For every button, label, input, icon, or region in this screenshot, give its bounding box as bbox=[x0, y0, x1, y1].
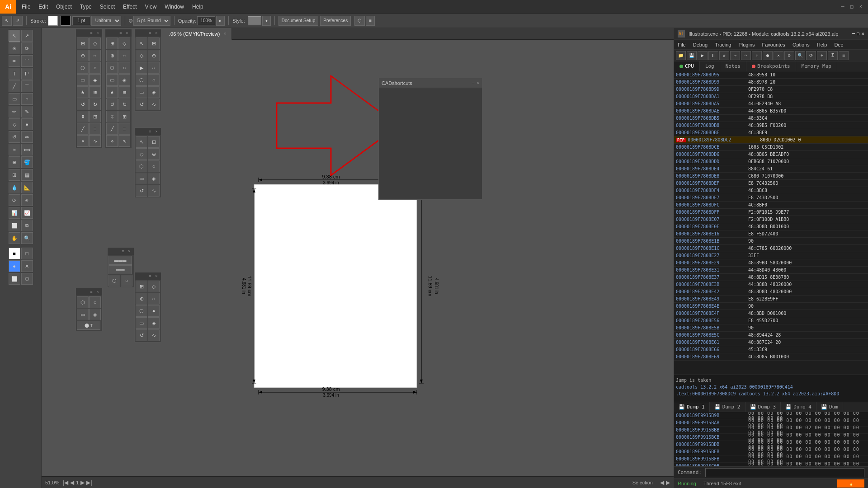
tool-rotate[interactable]: ↺ bbox=[9, 131, 20, 143]
dbg-bp-btn[interactable]: ● bbox=[763, 51, 773, 60]
memory-row-21[interactable]: 00000189F7808E0F48:8D8D B001000 bbox=[674, 223, 868, 230]
tool-line[interactable]: ╱ bbox=[9, 80, 20, 92]
stroke-color[interactable] bbox=[48, 16, 58, 26]
fp3-close[interactable]: × bbox=[154, 30, 159, 36]
fp1-t18[interactable]: ∿ bbox=[89, 135, 101, 147]
fp6-t9[interactable]: ↺ bbox=[136, 329, 147, 341]
memory-row-18[interactable]: 00000189F7808DFC4C:8BF0 bbox=[674, 202, 868, 209]
dbg-step-out-btn[interactable]: ↑ bbox=[752, 51, 762, 60]
fp3-t9[interactable]: ▭ bbox=[136, 86, 147, 98]
fp4-t8[interactable]: ◈ bbox=[148, 173, 160, 184]
fp6-t3[interactable]: ⊕ bbox=[136, 293, 147, 305]
memory-row-25[interactable]: 00000189F7808E2733FF bbox=[674, 252, 868, 259]
dump-tab-3[interactable]: 💾 Dump 3 bbox=[745, 402, 781, 412]
dbg-pause-btn[interactable]: ⏸ bbox=[708, 51, 718, 60]
dbg-menu-options[interactable]: Options bbox=[791, 42, 811, 47]
tool-slice[interactable]: ⧉ bbox=[21, 220, 33, 231]
fp6-t5[interactable]: ⬡ bbox=[136, 305, 147, 317]
fp3-expand[interactable]: ≡ bbox=[147, 30, 153, 36]
fp2-t6[interactable]: ○ bbox=[118, 62, 130, 74]
fp1-t13[interactable]: ⇕ bbox=[77, 111, 89, 122]
fp7-t2[interactable]: ○ bbox=[89, 296, 101, 308]
dbg-menu-file[interactable]: File bbox=[676, 42, 688, 47]
menu-help[interactable]: Help bbox=[189, 0, 207, 14]
fp3-t3[interactable]: ◇ bbox=[136, 50, 147, 61]
dbg-close[interactable]: × bbox=[861, 31, 864, 37]
tool-blob[interactable]: ● bbox=[21, 118, 33, 130]
memory-row-34[interactable]: 00000189F7808E56E8 455D2700 bbox=[674, 317, 868, 324]
brush-select[interactable]: 5 pt. Round bbox=[133, 16, 170, 26]
fp6-t10[interactable]: ∿ bbox=[148, 329, 160, 341]
fill-swatch[interactable]: ■ bbox=[9, 248, 20, 259]
document-setup-btn[interactable]: Document Setup bbox=[278, 16, 319, 26]
align-btn[interactable]: ≡ bbox=[366, 16, 375, 26]
fp1-t7[interactable]: ▭ bbox=[77, 74, 89, 86]
dbg-save-btn[interactable]: 💾 bbox=[687, 51, 697, 60]
dbg-open-btn[interactable]: 📁 bbox=[676, 51, 686, 60]
fp3-t11[interactable]: ↺ bbox=[136, 99, 147, 110]
memory-row-32[interactable]: 00000189F7808E4E90 bbox=[674, 303, 868, 310]
minimize-btn[interactable]: ─ bbox=[839, 3, 846, 10]
fp2-t3[interactable]: ⊕ bbox=[106, 50, 118, 61]
page-next-btn[interactable]: ▶ bbox=[80, 479, 85, 486]
restore-btn[interactable]: ◻ bbox=[848, 3, 855, 10]
fp1-t10[interactable]: ≋ bbox=[89, 86, 101, 98]
fp1-t9[interactable]: ★ bbox=[77, 86, 89, 98]
fp6-t1[interactable]: ⊞ bbox=[136, 281, 147, 292]
memory-row-10[interactable]: 00000189F7808DCE1605 C5CD1002 bbox=[674, 144, 868, 151]
fp7-t5[interactable]: ⬤ T bbox=[77, 321, 100, 330]
dbg-log-btn[interactable]: ≡ bbox=[839, 51, 849, 60]
fp2-t17[interactable]: ⋄ bbox=[106, 135, 118, 147]
fp4-t10[interactable]: ∿ bbox=[148, 185, 160, 197]
memory-listing[interactable]: 00000189F7808D9548:8958 1000000189F7808D… bbox=[674, 71, 868, 375]
tab-memory-map[interactable]: Memory Map bbox=[796, 61, 837, 71]
tool-gradient[interactable]: ▦ bbox=[21, 169, 33, 181]
tab-cpu[interactable]: CPU bbox=[674, 61, 700, 71]
fp3-t1[interactable]: ↖ bbox=[136, 38, 147, 49]
memory-row-19[interactable]: 00000189F7808DFFF2:0F1015 D9E77 bbox=[674, 209, 868, 216]
fp1-t2[interactable]: ◇ bbox=[89, 38, 101, 49]
memory-row-28[interactable]: 00000189F7808E3748:8D15 8E38780 bbox=[674, 274, 868, 281]
tool-paintbrush[interactable]: ✏ bbox=[9, 106, 20, 117]
memory-row-31[interactable]: 00000189F7808E49E8 622BE9FF bbox=[674, 296, 868, 303]
fp2-t12[interactable]: ↻ bbox=[118, 99, 130, 110]
memory-row-11[interactable]: 00000189F7808DD648:8B05 BBCADF0 bbox=[674, 151, 868, 158]
scroll-right-btn[interactable]: ▶ bbox=[666, 479, 670, 486]
cad-panel-min[interactable]: − bbox=[472, 80, 475, 85]
dbg-menu-plugins[interactable]: Plugins bbox=[736, 42, 756, 47]
fp2-t1[interactable]: ⊞ bbox=[106, 38, 118, 49]
memory-row-3[interactable]: 00000189F7808DA10F2978 B8 bbox=[674, 93, 868, 100]
memory-row-26[interactable]: 00000189F7808E2948:89BD 58020000 bbox=[674, 259, 868, 267]
fp1-t14[interactable]: ⊞ bbox=[89, 111, 101, 122]
tool-measure[interactable]: 📐 bbox=[21, 182, 33, 193]
fp1-t17[interactable]: ⋄ bbox=[77, 135, 89, 147]
fp1-expand[interactable]: ≡ bbox=[89, 30, 94, 36]
page-first-btn[interactable]: |◀ bbox=[63, 479, 68, 486]
tool-arc[interactable]: ⌒ bbox=[21, 80, 33, 92]
fp6-t8[interactable]: ◈ bbox=[148, 317, 160, 329]
tool-zoom[interactable]: 🔍 bbox=[21, 232, 33, 244]
dbg-settings-btn[interactable]: ⚙ bbox=[784, 51, 794, 60]
fp5-t2[interactable]: ═══ bbox=[108, 265, 132, 274]
fp2-expand[interactable]: ≡ bbox=[118, 30, 123, 36]
canvas-tab-main[interactable]: .06 % (CMYK/Preview) × bbox=[164, 28, 232, 40]
dbg-menu-tracing[interactable]: Tracing bbox=[713, 42, 733, 47]
memory-row-9[interactable]: RIP00000189F7808DC2803D D2CD1002 0 bbox=[674, 136, 868, 144]
tool-select[interactable]: ↖ bbox=[9, 30, 20, 42]
fp6-t7[interactable]: ▭ bbox=[136, 317, 147, 329]
style-swatch[interactable] bbox=[248, 16, 261, 25]
memory-row-27[interactable]: 00000189F7808E3144:48D40 43000 bbox=[674, 267, 868, 274]
fp2-t4[interactable]: ↔ bbox=[118, 50, 130, 61]
tool-text-area[interactable]: T⁺ bbox=[21, 68, 33, 80]
fp3-t4[interactable]: ⊕ bbox=[148, 50, 160, 61]
dbg-ref-btn[interactable]: ⟳ bbox=[806, 51, 816, 60]
memory-row-29[interactable]: 00000189F7808E3B44:888D 48020000 bbox=[674, 281, 868, 288]
tool-text[interactable]: T bbox=[9, 68, 20, 80]
memory-row-35[interactable]: 00000189F7808E5B90 bbox=[674, 324, 868, 332]
fp7-t4[interactable]: ◈ bbox=[89, 309, 101, 320]
fp1-t12[interactable]: ↻ bbox=[89, 99, 101, 110]
tool-warp[interactable]: ≈ bbox=[9, 144, 20, 155]
fp3-t2[interactable]: ⊞ bbox=[148, 38, 160, 49]
fp4-t3[interactable]: ◇ bbox=[136, 148, 147, 160]
fp1-t11[interactable]: ↺ bbox=[77, 99, 89, 110]
